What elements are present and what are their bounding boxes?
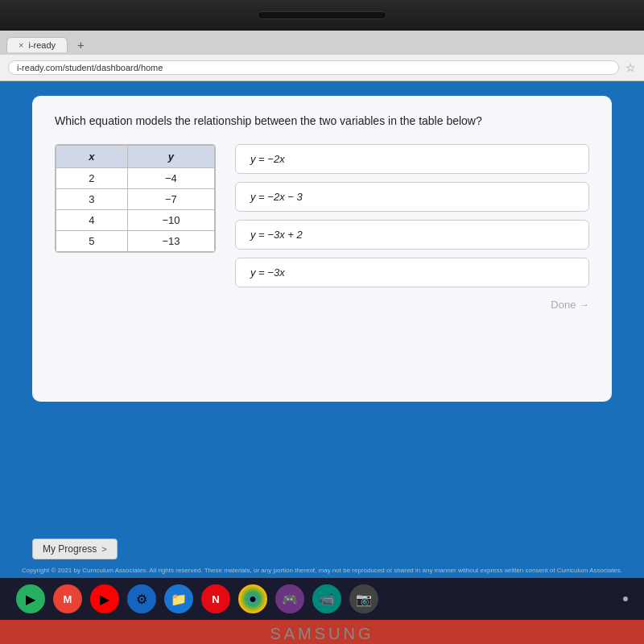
tab-label: i-ready bbox=[28, 40, 56, 50]
samsung-brand: SAMSUNG bbox=[0, 620, 644, 644]
chrome-icon[interactable]: ● bbox=[238, 584, 267, 613]
browser-chrome: × i-ready + i-ready.com/student/dashboar… bbox=[0, 31, 644, 81]
question-text: Which equation models the relationship b… bbox=[55, 114, 589, 130]
answer-option-a[interactable]: y = −2x bbox=[235, 144, 589, 174]
table-header-x: x bbox=[56, 145, 128, 167]
table-cell-y: −4 bbox=[127, 167, 214, 188]
screen-content: Which equation models the relationship b… bbox=[0, 81, 644, 532]
answer-option-c[interactable]: y = −3x + 2 bbox=[235, 220, 589, 250]
address-input[interactable]: i-ready.com/student/dashboard/home bbox=[8, 60, 619, 75]
table-header-y: y bbox=[127, 145, 214, 167]
table-cell-x: 3 bbox=[56, 188, 128, 209]
table-row: 3−7 bbox=[56, 188, 215, 209]
answer-option-b[interactable]: y = −2x − 3 bbox=[235, 182, 589, 212]
table-cell-x: 5 bbox=[56, 230, 128, 251]
chevron-right-icon: > bbox=[101, 544, 106, 554]
files-icon[interactable]: 📁 bbox=[164, 584, 193, 613]
table-cell-y: −7 bbox=[127, 188, 214, 209]
settings-icon[interactable]: ⚙ bbox=[127, 584, 156, 613]
answer-option-d[interactable]: y = −3x bbox=[235, 258, 589, 287]
question-card: Which equation models the relationship b… bbox=[32, 96, 612, 402]
table-row: 2−4 bbox=[56, 167, 215, 188]
meet-icon[interactable]: 📹 bbox=[312, 584, 341, 613]
my-progress-button[interactable]: My Progress > bbox=[32, 539, 118, 559]
tab-bar: × i-ready + bbox=[0, 31, 644, 55]
address-bar-row: i-ready.com/student/dashboard/home ☆ bbox=[0, 55, 644, 80]
copyright-text: Copyright © 2021 by Curriculum Associate… bbox=[0, 563, 644, 578]
monitor-bezel-top bbox=[0, 0, 644, 31]
youtube-icon[interactable]: ▶ bbox=[90, 584, 119, 613]
question-body: x y 2−43−74−105−13 y = −2xy = −2x − 3y =… bbox=[55, 144, 589, 287]
table-cell-y: −10 bbox=[127, 209, 214, 230]
netflix-icon[interactable]: N bbox=[201, 584, 230, 613]
tab-close-icon[interactable]: × bbox=[19, 40, 23, 50]
camera-icon[interactable]: 📷 bbox=[349, 584, 378, 613]
gmail-icon[interactable]: M bbox=[53, 584, 82, 613]
table-row: 5−13 bbox=[56, 230, 215, 251]
table-cell-x: 4 bbox=[56, 209, 128, 230]
table-cell-x: 2 bbox=[56, 167, 128, 188]
bookmark-icon[interactable]: ☆ bbox=[625, 61, 636, 74]
taskbar-indicator bbox=[623, 597, 628, 601]
game-icon[interactable]: 🎮 bbox=[275, 584, 304, 613]
new-tab-button[interactable]: + bbox=[72, 38, 89, 52]
done-area: Done → bbox=[55, 287, 589, 316]
active-tab[interactable]: × i-ready bbox=[6, 37, 68, 52]
my-progress-label: My Progress bbox=[43, 543, 97, 555]
speaker-bar bbox=[258, 11, 386, 19]
play-icon[interactable]: ▶ bbox=[16, 584, 45, 613]
data-table-container: x y 2−43−74−105−13 bbox=[55, 144, 216, 253]
done-button[interactable]: Done → bbox=[551, 299, 589, 311]
answer-options: y = −2xy = −2x − 3y = −3x + 2y = −3x bbox=[235, 144, 589, 287]
table-cell-y: −13 bbox=[127, 230, 214, 251]
taskbar: ▶M▶⚙📁N●🎮📹📷 bbox=[0, 578, 644, 620]
table-row: 4−10 bbox=[56, 209, 215, 230]
data-table: x y 2−43−74−105−13 bbox=[56, 145, 215, 252]
bottom-area: My Progress > bbox=[0, 532, 644, 563]
